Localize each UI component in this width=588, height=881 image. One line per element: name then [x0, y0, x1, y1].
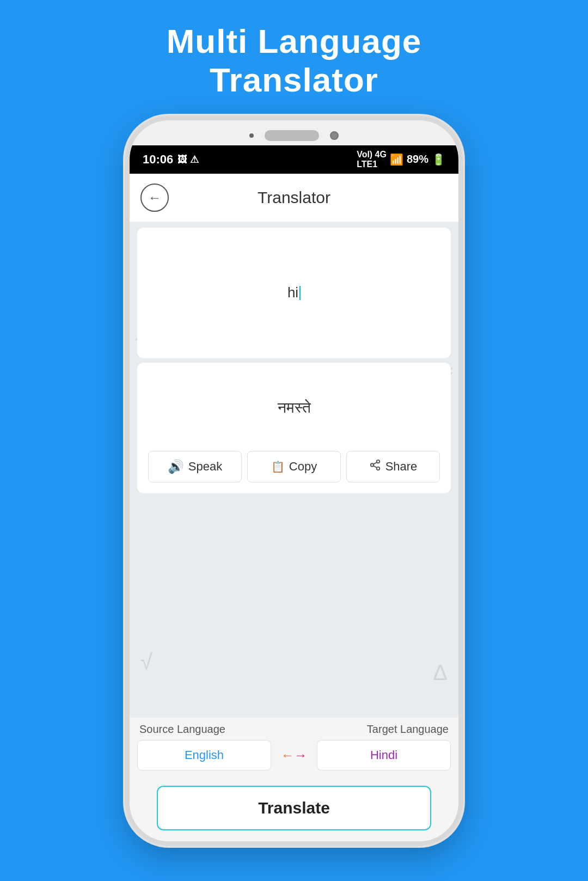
input-text-box[interactable]: hi [137, 228, 451, 358]
input-text-value: hi [287, 284, 298, 301]
source-language-value: English [185, 748, 224, 762]
content-area: Σ ∫ π ≈ √ Δ hi नमस्ते 🔊 [130, 222, 458, 718]
watermark-5: √ [140, 650, 152, 674]
share-label: Share [385, 460, 418, 474]
translate-button-label: Translate [258, 799, 330, 817]
target-language-value: Hindi [370, 748, 397, 762]
earpiece [249, 133, 254, 138]
copy-icon: 📋 [271, 460, 285, 473]
input-text-content: hi [287, 284, 301, 301]
share-button[interactable]: Share [346, 451, 440, 482]
watermark-6: Δ [433, 660, 448, 685]
arrow-right-icon: → [294, 748, 307, 763]
translate-button[interactable]: Translate [157, 786, 431, 830]
action-buttons: 🔊 Speak 📋 Copy [148, 451, 440, 482]
battery-level: 89% [407, 153, 428, 166]
source-language-label: Source Language [139, 723, 225, 736]
title-line1: Multi Language [167, 22, 422, 60]
nav-bar: ← Translator [130, 174, 458, 222]
page-title: Multi Language Translator [167, 22, 422, 100]
translate-button-area: Translate [130, 778, 458, 841]
signal-bars: 📶 [390, 153, 403, 166]
front-camera [330, 131, 339, 140]
phone-shell: 10:06 🖼 ⚠ Vol) 4GLTE1 📶 89% 🔋 ← Translat… [125, 116, 463, 846]
text-cursor [299, 286, 301, 300]
speak-label: Speak [188, 460, 222, 474]
output-text-box: नमस्ते 🔊 Speak 📋 Copy [137, 363, 451, 493]
camera-area [249, 130, 339, 141]
back-arrow-icon: ← [148, 191, 161, 204]
language-section: Source Language Target Language English … [130, 718, 458, 778]
output-text-value: नमस्ते [278, 399, 311, 417]
phone-top-bar [130, 120, 458, 145]
status-time: 10:06 [143, 152, 173, 167]
copy-button[interactable]: 📋 Copy [247, 451, 341, 482]
battery-icon: 🔋 [432, 153, 445, 166]
target-language-select[interactable]: Hindi [317, 740, 451, 770]
nav-title: Translator [169, 188, 419, 207]
share-icon [369, 459, 381, 474]
arrow-left-icon: → [281, 748, 294, 763]
source-language-select[interactable]: English [137, 740, 271, 770]
language-row: English → → Hindi [137, 740, 451, 770]
speak-button[interactable]: 🔊 Speak [148, 451, 242, 482]
svg-line-3 [373, 466, 377, 468]
status-left: 10:06 🖼 ⚠ [143, 152, 199, 167]
speaker-grille [265, 130, 319, 141]
language-labels: Source Language Target Language [137, 723, 451, 736]
network-info: Vol) 4GLTE1 [357, 150, 387, 169]
svg-line-4 [373, 462, 377, 464]
swap-button[interactable]: → → [277, 743, 311, 767]
back-button[interactable]: ← [140, 183, 169, 212]
title-line2: Translator [210, 61, 378, 99]
copy-label: Copy [289, 460, 317, 474]
output-text-area: नमस्ते [148, 374, 440, 443]
status-bar: 10:06 🖼 ⚠ Vol) 4GLTE1 📶 89% 🔋 [130, 145, 458, 174]
target-language-label: Target Language [367, 723, 449, 736]
app-screen: ← Translator Σ ∫ π ≈ √ Δ hi [130, 174, 458, 841]
status-icons: 🖼 ⚠ [177, 154, 199, 166]
swap-arrows-icon: → → [281, 748, 307, 763]
speak-icon: 🔊 [168, 459, 184, 474]
status-right: Vol) 4GLTE1 📶 89% 🔋 [357, 150, 445, 169]
